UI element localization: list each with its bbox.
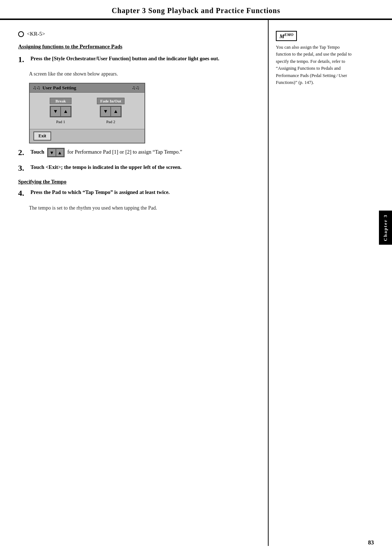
step-3: 3. Touch <Exit>; the tempo is indicated … <box>18 163 253 173</box>
pad2-buttons: ▼ ▲ <box>100 106 122 117</box>
inline-down-up-buttons: ▼ ▲ <box>47 148 65 157</box>
step-4-number: 4. <box>18 189 29 198</box>
screen-exit-bar: Exit <box>30 129 144 143</box>
step-4-content: Press the Pad to which “Tap Tempo” is as… <box>30 189 253 197</box>
page-header: Chapter 3 Song Playback and Practice Fun… <box>0 0 392 20</box>
step-1-number: 1. <box>18 55 29 64</box>
chapter-title: Chapter 3 Song Playback and Practice Fun… <box>15 7 377 15</box>
exit-button[interactable]: Exit <box>33 131 51 141</box>
kr5-circle-icon <box>18 31 24 37</box>
step-3-content: Touch <Exit>; the tempo is indicated in … <box>30 163 253 171</box>
left-content: <KR-5> Assigning functions to the Perfor… <box>0 20 269 546</box>
step-2-content: Touch ▼ ▲ for Performance Pad [1] or [2]… <box>30 148 253 157</box>
step-2-touch-label: Touch <box>30 149 44 155</box>
screen-title-bar: ♫♫ User Pad Setting ♫♫ <box>30 84 144 93</box>
pad1-label: Break <box>50 98 72 104</box>
screen-illustration: ♫♫ User Pad Setting ♫♫ Break ▼ ▲ Pad 1 F… <box>29 83 145 143</box>
pad1-buttons: ▼ ▲ <box>50 106 72 117</box>
step-1-content: Press the [Style Orchestrator/User Funct… <box>30 55 253 63</box>
step-4: 4. Press the Pad to which “Tap Tempo” is… <box>18 189 253 198</box>
chapter-tab: Chapter 3 <box>379 211 392 245</box>
pad2-name: Pad 2 <box>106 119 115 124</box>
step-2: 2. Touch ▼ ▲ for Performance Pad [1] or … <box>18 148 253 157</box>
section2-heading: Specifying the Tempo <box>18 179 253 185</box>
kr5-heading: <KR-5> <box>18 31 253 37</box>
right-sidebar: MEMO You can also assign the Tap Tempo f… <box>269 20 363 546</box>
page-number: 83 <box>368 539 374 546</box>
step-1: 1. Press the [Style Orchestrator/User Fu… <box>18 55 253 64</box>
pad2-control: Fade In/Out ▼ ▲ Pad 2 <box>97 98 124 124</box>
step-1-bold: Press the [Style Orchestrator/User Funct… <box>30 56 219 61</box>
music-icon-right: ♫♫ <box>132 85 139 91</box>
memo-icon: MEMO <box>279 33 293 39</box>
screen-title: User Pad Setting <box>42 85 76 91</box>
pad2-up-btn[interactable]: ▲ <box>111 106 121 117</box>
music-icon-left: ♫♫ <box>33 85 40 91</box>
pad2-down-btn[interactable]: ▼ <box>101 106 111 117</box>
main-layout: <KR-5> Assigning functions to the Perfor… <box>0 20 392 546</box>
pad1-control: Break ▼ ▲ Pad 1 <box>50 98 72 124</box>
step-3-bold: Touch <Exit>; the tempo is indicated in … <box>30 164 181 170</box>
pad1-up-btn[interactable]: ▲ <box>61 106 71 117</box>
step-4-bold: Press the Pad to which “Tap Tempo” is as… <box>30 189 170 195</box>
chapter-tab-text: Chapter 3 <box>383 214 388 241</box>
pad1-name: Pad 1 <box>56 119 65 124</box>
inline-up-icon[interactable]: ▲ <box>56 149 64 157</box>
inline-down-icon[interactable]: ▼ <box>48 149 56 157</box>
kr5-label: <KR-5> <box>27 31 45 37</box>
screen-body: Break ▼ ▲ Pad 1 Fade In/Out ▼ ▲ Pad 2 <box>30 93 144 129</box>
section1-heading: Assigning functions to the Performance P… <box>18 44 253 50</box>
step-1-note: A screen like the one shown below appear… <box>29 70 253 78</box>
step-2-after-text: for Performance Pad [1] or [2] to assign… <box>67 149 182 155</box>
pad2-label: Fade In/Out <box>97 98 124 104</box>
memo-label: MEMO <box>276 31 297 41</box>
memo-text: You can also assign the Tap Tempo functi… <box>276 44 356 86</box>
memo-box: MEMO You can also assign the Tap Tempo f… <box>276 31 356 86</box>
step-3-number: 3. <box>18 163 29 173</box>
step-2-number: 2. <box>18 148 29 157</box>
step-4-note: The tempo is set to the rhythm you used … <box>29 204 253 212</box>
pad1-down-btn[interactable]: ▼ <box>50 106 61 117</box>
